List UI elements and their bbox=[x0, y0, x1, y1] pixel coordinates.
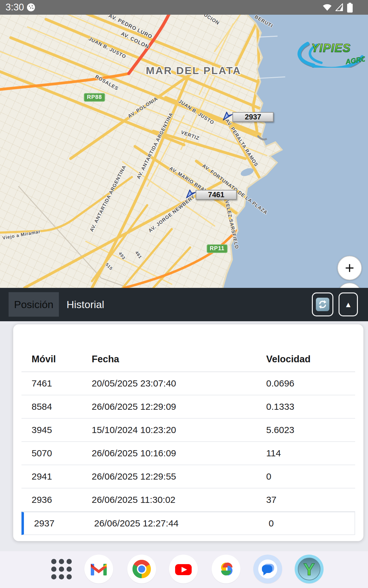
header-velocidad: Velocidad bbox=[266, 354, 311, 365]
cell-fecha: 20/05/2025 23:07:40 bbox=[92, 372, 176, 395]
logo-brand-text: YIPIES bbox=[311, 42, 351, 55]
table-row[interactable]: 507026/06/2025 10:16:09114 bbox=[21, 442, 355, 465]
cell-velocidad: 0.0696 bbox=[266, 372, 294, 395]
tab-historial-label: Historial bbox=[67, 299, 104, 311]
map-view[interactable]: AV. PEDRO LUROAV. COLONBERUTIUCIONJUAN B… bbox=[0, 15, 368, 288]
cell-movil: 8584 bbox=[32, 395, 52, 418]
cell-movil: 7461 bbox=[32, 372, 52, 395]
cell-fecha: 26/06/2025 12:29:55 bbox=[92, 465, 176, 488]
cell-fecha: 26/06/2025 11:30:02 bbox=[92, 488, 175, 511]
table-row[interactable]: 858426/06/2025 12:29:090.1333 bbox=[21, 395, 355, 419]
vehicle-marker-2937[interactable]: 2937 bbox=[232, 112, 274, 122]
vehicle-marker-label: 2937 bbox=[232, 112, 274, 122]
table-row[interactable]: 394515/10/2024 10:23:205.6023 bbox=[21, 419, 355, 442]
android-dock: Y bbox=[0, 551, 368, 588]
cell-fecha: 26/06/2025 10:16:09 bbox=[92, 442, 176, 465]
clock-notification-icon bbox=[27, 3, 35, 11]
tab-posicion-label: Posición bbox=[14, 299, 54, 311]
refresh-button[interactable] bbox=[312, 292, 333, 316]
status-time: 3:30 bbox=[6, 2, 24, 13]
signal-icon bbox=[335, 3, 343, 12]
tab-historial[interactable]: Historial bbox=[67, 288, 104, 321]
cell-fecha: 26/06/2025 12:27:44 bbox=[94, 512, 178, 534]
vehicle-arrow-icon bbox=[185, 189, 196, 201]
cell-fecha: 26/06/2025 12:29:09 bbox=[92, 395, 176, 418]
cell-velocidad: 0 bbox=[266, 465, 271, 488]
tab-posicion[interactable]: Posición bbox=[9, 292, 59, 317]
route-badge: RP88 bbox=[84, 93, 105, 102]
positions-table-card: Móvil Fecha Velocidad 746120/05/2025 23:… bbox=[13, 324, 363, 541]
cell-fecha: 15/10/2024 10:23:20 bbox=[92, 419, 176, 441]
logo-sub-text: AGRO bbox=[345, 55, 365, 66]
cell-velocidad: 114 bbox=[266, 442, 281, 465]
route-badge: RP11 bbox=[207, 244, 228, 253]
city-label: MAR DEL PLATA bbox=[146, 65, 241, 77]
triangle-up-icon: ▲ bbox=[344, 300, 352, 309]
zoom-in-button[interactable]: + bbox=[337, 256, 362, 280]
refresh-icon bbox=[316, 298, 329, 311]
table-body: 746120/05/2025 23:07:400.0696858426/06/2… bbox=[21, 372, 355, 535]
table-row-selected[interactable]: 293726/06/2025 12:27:440 bbox=[21, 512, 355, 535]
cell-movil: 3945 bbox=[32, 419, 52, 441]
cell-velocidad: 0.1333 bbox=[266, 395, 294, 418]
cell-movil: 5070 bbox=[32, 442, 52, 465]
cell-velocidad: 37 bbox=[266, 488, 276, 511]
gmail-icon[interactable] bbox=[84, 555, 113, 583]
table-row[interactable]: 293626/06/2025 11:30:0237 bbox=[21, 488, 355, 512]
chrome-icon[interactable] bbox=[127, 555, 156, 583]
bottom-toolbar: Posición Historial ▲ bbox=[0, 288, 368, 321]
yipies-agro-logo: YIPIES AGRO bbox=[287, 39, 365, 68]
yipies-agro-app-icon[interactable]: Y bbox=[295, 555, 324, 583]
header-movil: Móvil bbox=[32, 354, 56, 365]
table-row[interactable]: 294126/06/2025 12:29:550 bbox=[21, 465, 355, 488]
wifi-icon bbox=[322, 3, 332, 12]
all-apps-grid-icon[interactable] bbox=[51, 559, 72, 579]
cell-velocidad: 0 bbox=[269, 512, 274, 534]
google-photos-icon[interactable] bbox=[212, 555, 240, 583]
battery-icon bbox=[347, 3, 353, 13]
cell-movil: 2937 bbox=[34, 512, 55, 534]
cell-movil: 2936 bbox=[32, 488, 52, 511]
cell-movil: 2941 bbox=[32, 465, 52, 488]
header-fecha: Fecha bbox=[92, 354, 119, 365]
plus-icon: + bbox=[345, 259, 354, 277]
messages-icon[interactable] bbox=[253, 555, 282, 583]
status-bar: 3:30 bbox=[0, 0, 368, 15]
youtube-icon[interactable] bbox=[169, 555, 198, 583]
vehicle-marker-7461[interactable]: 7461 bbox=[196, 190, 237, 200]
table-header-row: Móvil Fecha Velocidad bbox=[21, 324, 355, 372]
vehicle-arrow-icon bbox=[222, 111, 233, 123]
vehicle-marker-label: 7461 bbox=[196, 190, 237, 200]
table-row[interactable]: 746120/05/2025 23:07:400.0696 bbox=[21, 372, 355, 395]
svg-text:Y: Y bbox=[303, 560, 315, 579]
collapse-panel-button[interactable]: ▲ bbox=[339, 292, 358, 316]
cell-velocidad: 5.6023 bbox=[266, 419, 294, 441]
